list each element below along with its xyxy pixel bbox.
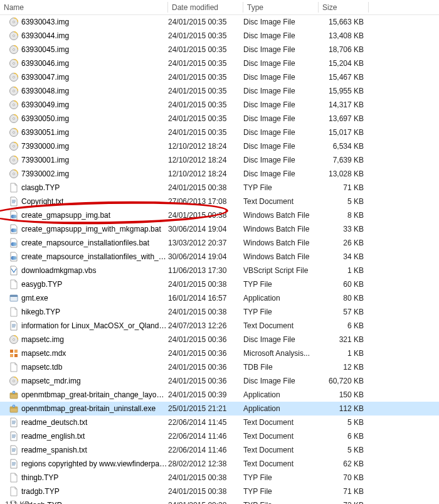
- disc-image-icon: [9, 127, 19, 137]
- file-row[interactable]: create_gmapsupp_img.bat24/01/2015 00:38W…: [0, 208, 439, 222]
- column-header-date[interactable]: Date modified: [168, 0, 243, 14]
- file-name-label: Copyright.txt: [21, 197, 168, 206]
- svg-point-15: [13, 118, 15, 120]
- file-row[interactable]: regions copyrighted by www.viewfinderpan…: [0, 457, 439, 471]
- file-row[interactable]: readme_spanish.txt22/06/2014 11:46Text D…: [0, 443, 439, 457]
- disc-image-icon: [9, 72, 19, 82]
- file-type-cell: Disc Image File: [243, 114, 319, 123]
- file-type-cell: Disc Image File: [243, 335, 319, 344]
- file-row[interactable]: hikegb.TYP24/01/2015 00:38TYP File57 KB: [0, 305, 439, 319]
- file-row[interactable]: readme_english.txt22/06/2014 11:46Text D…: [0, 429, 439, 443]
- file-name-cell: 63930051.img: [9, 127, 168, 137]
- file-date-cell: 24/01/2015 00:35: [168, 87, 243, 95]
- file-name-cell: 63930046.img: [9, 58, 168, 68]
- file-row[interactable]: 73930002.img12/10/2012 18:24Disc Image F…: [0, 167, 439, 181]
- file-row[interactable]: Copyright.txt27/06/2013 17:08Text Docume…: [0, 195, 439, 208]
- file-row[interactable]: create_gmapsupp_img_with_mkgmap.bat30/06…: [0, 222, 439, 236]
- file-type-cell: Disc Image File: [243, 169, 319, 178]
- file-row[interactable]: downloadmkgmap.vbs11/06/2013 17:30VBScri…: [0, 264, 439, 277]
- file-name-cell: easygb.TYP: [9, 279, 168, 289]
- file-row[interactable]: 63930047.img24/01/2015 00:35Disc Image F…: [0, 70, 439, 84]
- file-row[interactable]: mapsetc.mdx24/01/2015 00:36Microsoft Ana…: [0, 346, 439, 360]
- file-row[interactable]: widegb.TYP24/01/2015 00:38TYP File72 KB: [0, 498, 439, 504]
- file-row[interactable]: readme_deutsch.txt22/06/2014 11:45Text D…: [0, 416, 439, 429]
- file-row[interactable]: 63930043.img24/01/2015 00:35Disc Image F…: [0, 15, 439, 29]
- file-name-label: create_mapsource_installationfiles_with_…: [21, 252, 168, 261]
- file-row[interactable]: thingb.TYP24/01/2015 00:38TYP File70 KB: [0, 471, 439, 485]
- file-name-label: regions copyrighted by www.viewfinderpan…: [21, 459, 168, 468]
- svg-point-1: [13, 21, 15, 23]
- file-row[interactable]: 63930050.img24/01/2015 00:35Disc Image F…: [0, 112, 439, 126]
- file-row[interactable]: mapsetc_mdr.img24/01/2015 00:36Disc Imag…: [0, 374, 439, 388]
- file-size-cell: 5 KB: [319, 418, 364, 427]
- generic-file-icon: [9, 486, 19, 496]
- column-header-name[interactable]: Name: [0, 0, 168, 14]
- file-date-cell: 24/01/2015 00:36: [168, 377, 243, 385]
- file-row[interactable]: mapsetc.img24/01/2015 00:36Disc Image Fi…: [0, 333, 439, 346]
- file-size-cell: 70 KB: [319, 473, 364, 482]
- file-row[interactable]: 73930001.img12/10/2012 18:24Disc Image F…: [0, 153, 439, 167]
- file-row[interactable]: clasgb.TYP24/01/2015 00:38TYP File71 KB: [0, 181, 439, 195]
- file-row[interactable]: mapsetc.tdb24/01/2015 00:36TDB File12 KB: [0, 360, 439, 374]
- file-name-label: mapsetc.tdb: [21, 363, 168, 372]
- file-size-cell: 71 KB: [319, 183, 364, 192]
- file-name-label: widegb.TYP: [21, 501, 168, 504]
- file-row[interactable]: easygb.TYP24/01/2015 00:38TYP File60 KB: [0, 277, 439, 291]
- file-row[interactable]: tradgb.TYP24/01/2015 00:38TYP File71 KB: [0, 485, 439, 498]
- column-header-type[interactable]: Type: [243, 0, 319, 14]
- file-name-label: 63930050.img: [21, 114, 168, 123]
- file-type-cell: Disc Image File: [243, 45, 319, 54]
- file-name-cell: create_gmapsupp_img_with_mkgmap.bat: [9, 224, 168, 234]
- file-type-cell: Disc Image File: [243, 18, 319, 26]
- file-type-cell: Disc Image File: [243, 31, 319, 40]
- file-name-label: downloadmkgmap.vbs: [21, 266, 168, 275]
- file-row[interactable]: 63930044.img24/01/2015 00:35Disc Image F…: [0, 29, 439, 43]
- file-date-cell: 24/01/2015 00:35: [168, 100, 243, 109]
- file-row[interactable]: 63930049.img24/01/2015 00:35Disc Image F…: [0, 98, 439, 112]
- file-type-cell: Windows Batch File: [243, 239, 319, 247]
- file-size-cell: 7,639 KB: [319, 156, 364, 164]
- file-type-cell: Windows Batch File: [243, 211, 319, 220]
- file-date-cell: 24/01/2015 00:38: [168, 183, 243, 192]
- file-name-label: 63930046.img: [21, 59, 168, 68]
- file-row[interactable]: openmtbmap_great-britain_change_layout.e…: [0, 388, 439, 402]
- file-row[interactable]: information for Linux_MacOSX_or_Qlandkar…: [0, 319, 439, 333]
- file-type-cell: TYP File: [243, 183, 319, 192]
- file-list: 63930043.img24/01/2015 00:35Disc Image F…: [0, 15, 439, 504]
- file-name-cell: create_gmapsupp_img.bat: [9, 210, 168, 220]
- file-type-cell: Text Document: [243, 418, 319, 427]
- file-date-cell: 28/02/2012 12:38: [168, 459, 243, 468]
- file-row[interactable]: create_mapsource_installationfiles_with_…: [0, 250, 439, 264]
- file-row[interactable]: 63930045.img24/01/2015 00:35Disc Image F…: [0, 43, 439, 56]
- file-size-cell: 15,663 KB: [319, 18, 364, 26]
- file-date-cell: 16/01/2014 16:57: [168, 294, 243, 303]
- disc-image-icon: [9, 114, 19, 124]
- file-date-cell: 24/01/2015 00:38: [168, 487, 243, 496]
- svg-point-29: [13, 242, 17, 246]
- file-size-cell: 71 KB: [319, 487, 364, 496]
- file-row[interactable]: openmtbmap_great-britain_uninstall.exe25…: [0, 402, 439, 416]
- file-date-cell: 30/06/2014 19:04: [168, 252, 243, 261]
- file-name-label: easygb.TYP: [21, 280, 168, 289]
- file-name-label: create_gmapsupp_img_with_mkgmap.bat: [21, 225, 168, 233]
- file-type-cell: Disc Image File: [243, 377, 319, 385]
- file-size-cell: 112 KB: [319, 404, 364, 413]
- svg-point-31: [13, 256, 17, 260]
- file-date-cell: 24/01/2015 00:35: [168, 128, 243, 137]
- file-size-cell: 60 KB: [319, 280, 364, 289]
- file-row[interactable]: 63930051.img24/01/2015 00:35Disc Image F…: [0, 126, 439, 139]
- file-date-cell: 12/10/2012 18:24: [168, 156, 243, 164]
- disc-image-icon: [9, 100, 19, 110]
- file-row[interactable]: create_mapsource_installationfiles.bat13…: [0, 236, 439, 250]
- text-file-icon: [9, 196, 19, 206]
- file-type-cell: Application: [243, 404, 319, 413]
- file-row[interactable]: 63930048.img24/01/2015 00:35Disc Image F…: [0, 84, 439, 98]
- file-size-cell: 15,467 KB: [319, 73, 364, 82]
- file-row[interactable]: gmt.exe16/01/2014 16:57Application80 KB: [0, 291, 439, 305]
- file-name-cell: 73930002.img: [9, 169, 168, 179]
- file-row[interactable]: 73930000.img12/10/2012 18:24Disc Image F…: [0, 139, 439, 153]
- file-size-cell: 6 KB: [319, 432, 364, 441]
- column-header-size[interactable]: Size: [319, 0, 369, 14]
- file-row[interactable]: 63930046.img24/01/2015 00:35Disc Image F…: [0, 56, 439, 70]
- svg-point-13: [13, 104, 15, 106]
